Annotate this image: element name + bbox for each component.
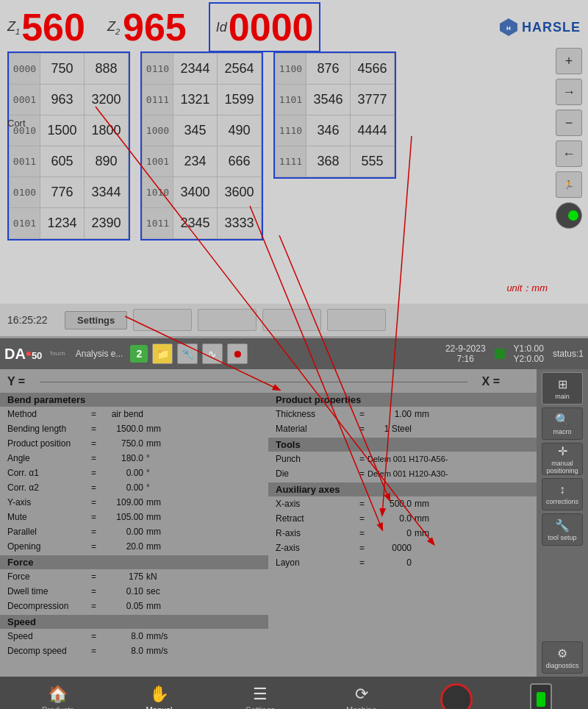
code-cell: 1101 xyxy=(276,85,306,115)
value-cell[interactable]: 776 xyxy=(40,177,85,208)
diagnostics-button[interactable]: ⚙ diagnostics xyxy=(542,641,583,674)
value-cell[interactable]: 1500 xyxy=(40,115,85,146)
value-cell[interactable]: 2345 xyxy=(173,208,218,239)
top-panel: Z1 560 Z2 965 Id 0000 H HARSLE + → − ← 🏃 xyxy=(0,0,588,338)
table-row[interactable]: 1100 876 4566 xyxy=(276,54,395,85)
table-row[interactable]: 0001 963 3200 xyxy=(10,85,129,115)
table-row[interactable]: 0111 1321 1599 xyxy=(143,85,262,115)
value-cell[interactable]: 2390 xyxy=(85,208,129,239)
param-opening: Opening = 20.0 mm xyxy=(0,539,268,554)
value-cell[interactable]: 3546 xyxy=(306,85,351,115)
macro-button[interactable]: 🔍 macro xyxy=(542,407,583,440)
main-button[interactable]: ⊞ main xyxy=(542,372,583,405)
tool-setup-button[interactable]: 🔧 tool setup xyxy=(542,513,583,546)
value-cell[interactable]: 3400 xyxy=(173,177,218,208)
record-button[interactable]: ⏺ xyxy=(227,343,248,364)
green-indicator xyxy=(556,202,582,229)
table-row[interactable]: 0100 776 3344 xyxy=(10,177,129,208)
code-cell: 1001 xyxy=(143,146,173,177)
value-cell[interactable]: 2344 xyxy=(173,54,218,85)
nav-settings[interactable]: ☰ Settings xyxy=(238,685,282,709)
arrow-right-button[interactable]: → xyxy=(556,79,582,105)
value-cell[interactable]: 1800 xyxy=(85,115,129,146)
nav-products[interactable]: 🏠 Products xyxy=(36,685,80,709)
value-cell[interactable]: 3344 xyxy=(85,177,129,208)
value-cell[interactable]: 1321 xyxy=(173,85,218,115)
da-y-coords: Y1:0.00 Y2:0.00 xyxy=(514,343,544,364)
value-cell[interactable]: 345 xyxy=(173,115,218,146)
param-dwell: Dwell time = 0.10 sec xyxy=(0,584,268,599)
nav-machine[interactable]: ⟳ Machine xyxy=(340,685,384,709)
divider-line xyxy=(40,382,467,382)
minus-button[interactable]: − xyxy=(556,110,582,136)
toggle-button[interactable] xyxy=(530,683,552,709)
table-row[interactable]: 0010 1500 1800 xyxy=(10,115,129,146)
grid-icon: ⊞ xyxy=(558,377,567,391)
code-cell: 1111 xyxy=(276,146,306,177)
value-cell[interactable]: 346 xyxy=(306,115,351,146)
value-cell[interactable]: 3600 xyxy=(218,177,262,208)
table3: 1100 876 4566 1101 3546 3777 1110 346 xyxy=(275,53,395,177)
value-cell[interactable]: 1599 xyxy=(218,85,262,115)
value-cell[interactable]: 3333 xyxy=(218,208,262,239)
speed-title: Speed xyxy=(0,615,268,629)
param-decomp: Decompression = 0.05 mm xyxy=(0,599,268,613)
value-cell[interactable]: 3777 xyxy=(351,85,395,115)
plus-button[interactable]: + xyxy=(556,48,582,74)
param-corr-a2: Corr. α2 = 0.00 ° xyxy=(0,480,268,495)
value-cell[interactable]: 890 xyxy=(85,146,129,177)
table-row[interactable]: 1010 3400 3600 xyxy=(143,177,262,208)
code-cell: 0001 xyxy=(10,85,40,115)
table-row[interactable]: 1000 345 490 xyxy=(143,115,262,146)
green-num-button[interactable]: 2 xyxy=(130,345,148,363)
nav-manual[interactable]: ✋ Manual xyxy=(137,685,181,709)
tab-button-2[interactable] xyxy=(198,309,257,331)
svg-text:H: H xyxy=(506,25,511,32)
products-label: Products xyxy=(42,705,74,709)
folder-button[interactable]: 📁 xyxy=(152,343,173,364)
table-row[interactable]: 1011 2345 3333 xyxy=(143,208,262,239)
settings-button[interactable]: Settings xyxy=(65,311,127,329)
x-equals: X = xyxy=(482,375,500,388)
value-cell[interactable]: 605 xyxy=(40,146,85,177)
manual-positioning-button[interactable]: ✛ manual positioning xyxy=(542,443,583,475)
wave-button[interactable]: ∿ xyxy=(202,343,223,364)
value-cell[interactable]: 490 xyxy=(218,115,262,146)
da-touch-label: Touch xyxy=(49,351,65,357)
value-cell[interactable]: 4444 xyxy=(351,115,395,146)
value-cell[interactable]: 963 xyxy=(40,85,85,115)
tab-button-3[interactable] xyxy=(262,309,321,331)
table2-group: 0110 2344 2564 0111 1321 1599 1000 345 xyxy=(140,51,263,243)
tool-setup-icon: 🔧 xyxy=(555,519,570,532)
value-cell[interactable]: 555 xyxy=(351,146,395,177)
value-cell[interactable]: 368 xyxy=(306,146,351,177)
arrow-left-button[interactable]: ← xyxy=(556,140,582,167)
code-cell: 0011 xyxy=(10,146,40,177)
value-cell[interactable]: 888 xyxy=(85,54,129,85)
value-cell[interactable]: 666 xyxy=(218,146,262,177)
value-cell[interactable]: 234 xyxy=(173,146,218,177)
value-cell[interactable]: 4566 xyxy=(351,54,395,85)
tab-button-4[interactable] xyxy=(327,309,386,331)
table-row[interactable]: 0101 1234 2390 xyxy=(10,208,129,239)
table-row[interactable]: 0110 2344 2564 xyxy=(143,54,262,85)
value-cell[interactable]: 2564 xyxy=(218,54,262,85)
corrections-button[interactable]: ↕ corrections xyxy=(542,478,583,510)
circle-button[interactable] xyxy=(440,683,473,709)
table-row[interactable]: 0000 750 888 xyxy=(10,54,129,85)
value-cell[interactable]: 1234 xyxy=(40,208,85,239)
da-logo: DA 50 xyxy=(4,346,42,363)
table-row[interactable]: 1101 3546 3777 xyxy=(276,85,395,115)
table-row[interactable]: 1001 234 666 xyxy=(143,146,262,177)
table-row[interactable]: 1110 346 4444 xyxy=(276,115,395,146)
tab-button-1[interactable] xyxy=(133,309,192,331)
value-cell[interactable]: 750 xyxy=(40,54,85,85)
value-cell[interactable]: 3200 xyxy=(85,85,129,115)
id-value: 0000 xyxy=(229,5,314,49)
table-row[interactable]: 0011 605 890 xyxy=(10,146,129,177)
value-cell[interactable]: 876 xyxy=(306,54,351,85)
figure-button[interactable]: 🏃 xyxy=(556,171,582,198)
table-row[interactable]: 1111 368 555 xyxy=(276,146,395,177)
diagnostics-icon: ⚙ xyxy=(557,646,567,660)
wrench-button[interactable]: 🔧 xyxy=(177,343,198,364)
